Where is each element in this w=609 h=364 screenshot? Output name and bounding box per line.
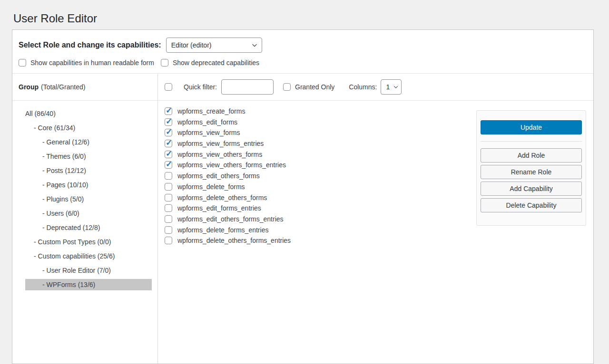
- filter-bar: Quick filter: Granted Only Columns: 1: [158, 74, 593, 101]
- group-tree-item[interactable]: All (86/40): [25, 108, 152, 119]
- capability-checkbox[interactable]: [165, 118, 172, 126]
- capability-name: wpforms_edit_others_forms: [177, 172, 260, 180]
- capability-row: wpforms_view_others_forms_entries: [165, 161, 291, 169]
- group-tree-item[interactable]: - Custom capabilities (25/6): [25, 250, 152, 262]
- capability-name: wpforms_create_forms: [177, 107, 245, 115]
- show-deprecated-label: Show deprecated capabilities: [173, 59, 259, 67]
- capability-row: wpforms_create_forms: [165, 107, 291, 115]
- groups-header-title: Group: [19, 83, 39, 91]
- group-tree-item[interactable]: - Core (61/34): [25, 122, 152, 134]
- capability-row: wpforms_edit_forms_entries: [165, 204, 291, 212]
- capability-name: wpforms_view_forms: [177, 129, 240, 136]
- granted-only-option[interactable]: Granted Only: [283, 83, 334, 91]
- display-options-row: Show capabilities in human readable form…: [12, 53, 593, 73]
- capability-checkbox[interactable]: [165, 129, 172, 136]
- quick-filter-input[interactable]: [221, 79, 274, 95]
- capability-checkbox[interactable]: [165, 237, 172, 244]
- groups-header: Group (Total/Granted): [12, 74, 157, 101]
- capability-name: wpforms_view_others_forms_entries: [177, 161, 286, 169]
- group-tree: All (86/40) - Core (61/34) - General (12…: [25, 108, 157, 290]
- show-deprecated-option[interactable]: Show deprecated capabilities: [161, 59, 259, 67]
- actions-divider: [481, 141, 582, 142]
- capability-row: wpforms_edit_forms: [165, 118, 291, 126]
- content-area: Group (Total/Granted) All (86/40) - Core…: [12, 73, 593, 364]
- capability-name: wpforms_edit_others_forms_entries: [177, 215, 284, 223]
- columns-select[interactable]: 1: [381, 79, 402, 95]
- capability-name: wpforms_view_others_forms: [177, 151, 262, 158]
- role-select[interactable]: Editor (editor): [166, 38, 262, 53]
- group-tree-item[interactable]: - Pages (10/10): [25, 179, 152, 191]
- columns-select-wrap: 1: [381, 79, 402, 95]
- group-tree-item[interactable]: - Themes (6/0): [25, 151, 152, 162]
- capability-row: wpforms_delete_others_forms: [165, 194, 291, 201]
- capability-checkbox[interactable]: [165, 151, 172, 158]
- capability-checkbox[interactable]: [165, 161, 172, 169]
- group-tree-item[interactable]: - Custom Post Types (0/0): [25, 236, 152, 248]
- capability-name: wpforms_edit_forms: [177, 118, 237, 126]
- human-readable-checkbox[interactable]: [19, 59, 26, 67]
- group-tree-item[interactable]: - Plugins (5/0): [25, 193, 152, 205]
- capability-checkbox[interactable]: [165, 204, 172, 212]
- capability-row: wpforms_edit_others_forms: [165, 172, 291, 180]
- capability-name: wpforms_view_forms_entries: [177, 140, 264, 147]
- group-tree-item[interactable]: - General (12/6): [25, 136, 152, 148]
- capability-checkbox[interactable]: [165, 215, 172, 223]
- page-title: User Role Editor: [0, 0, 609, 25]
- capability-checkbox[interactable]: [165, 194, 172, 201]
- capability-name: wpforms_delete_forms: [177, 183, 245, 191]
- role-select-wrap: Editor (editor): [166, 38, 262, 53]
- show-deprecated-checkbox[interactable]: [161, 59, 168, 67]
- actions-panel: Update Add Role Rename Role Add Capabili…: [476, 110, 586, 226]
- capabilities-list: wpforms_create_forms wpforms_edit_forms …: [165, 107, 291, 248]
- user-role-editor-panel: Select Role and change its capabilities:…: [12, 29, 594, 364]
- capability-checkbox[interactable]: [165, 226, 172, 234]
- add-role-button[interactable]: Add Role: [481, 148, 582, 163]
- group-tree-item[interactable]: - Deprecated (12/8): [25, 222, 152, 233]
- capability-row: wpforms_view_forms_entries: [165, 140, 291, 147]
- capability-row: wpforms_edit_others_forms_entries: [165, 215, 291, 223]
- capability-row: wpforms_delete_others_forms_entries: [165, 237, 291, 244]
- capability-name: wpforms_delete_forms_entries: [177, 226, 268, 234]
- capability-checkbox[interactable]: [165, 140, 172, 147]
- update-button[interactable]: Update: [481, 120, 582, 134]
- add-capability-button[interactable]: Add Capability: [481, 182, 582, 196]
- group-tree-item[interactable]: - User Role Editor (7/0): [25, 265, 152, 276]
- capability-name: wpforms_delete_others_forms_entries: [177, 237, 291, 244]
- capability-row: wpforms_delete_forms_entries: [165, 226, 291, 234]
- capability-checkbox[interactable]: [165, 183, 172, 191]
- group-tree-item[interactable]: - WPForms (13/6): [25, 279, 152, 290]
- delete-capability-button[interactable]: Delete Capability: [481, 198, 582, 212]
- groups-header-note: (Total/Granted): [41, 83, 85, 91]
- granted-only-checkbox[interactable]: [283, 83, 291, 91]
- group-tree-item[interactable]: - Users (6/0): [25, 208, 152, 219]
- human-readable-option[interactable]: Show capabilities in human readable form: [19, 59, 154, 67]
- role-selector-row: Select Role and change its capabilities:…: [12, 30, 593, 53]
- capabilities-main: Quick filter: Granted Only Columns: 1: [158, 74, 593, 364]
- select-all-checkbox[interactable]: [165, 83, 172, 91]
- capability-row: wpforms_view_others_forms: [165, 151, 291, 158]
- columns-label: Columns:: [349, 83, 377, 91]
- human-readable-label: Show capabilities in human readable form: [30, 59, 154, 67]
- rename-role-button[interactable]: Rename Role: [481, 165, 582, 179]
- groups-sidebar: Group (Total/Granted) All (86/40) - Core…: [12, 74, 158, 364]
- capability-name: wpforms_edit_forms_entries: [177, 204, 261, 212]
- quick-filter-label: Quick filter:: [184, 83, 217, 91]
- capability-name: wpforms_delete_others_forms: [177, 194, 267, 201]
- granted-only-label: Granted Only: [295, 83, 334, 91]
- capability-checkbox[interactable]: [165, 172, 172, 180]
- group-tree-item[interactable]: - Posts (12/12): [25, 165, 152, 176]
- capability-row: wpforms_view_forms: [165, 129, 291, 136]
- capability-row: wpforms_delete_forms: [165, 183, 291, 191]
- capabilities-area: wpforms_create_forms wpforms_edit_forms …: [158, 101, 593, 364]
- role-selector-label: Select Role and change its capabilities:: [19, 41, 161, 49]
- capability-checkbox[interactable]: [165, 107, 172, 115]
